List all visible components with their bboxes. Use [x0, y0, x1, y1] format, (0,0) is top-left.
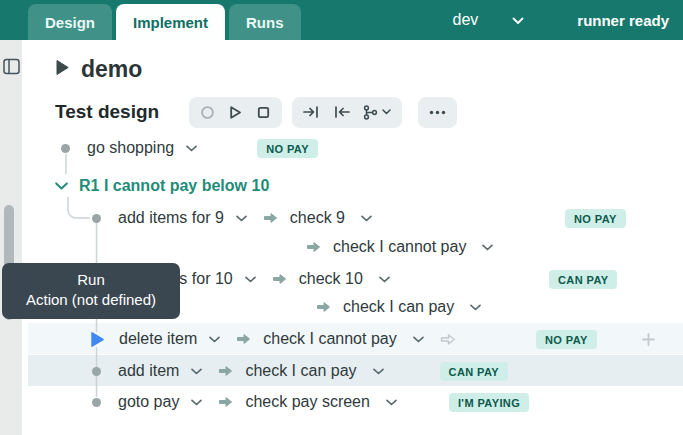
check-label: check I can pay [343, 298, 454, 316]
check-arrow-icon [218, 396, 233, 408]
check-arrow-icon [263, 212, 278, 224]
check-arrow-icon [218, 365, 233, 377]
check-arrow-icon [306, 241, 321, 253]
run-controls-group [189, 97, 282, 128]
action-label: add items for 9 [118, 209, 224, 227]
chevron-down-icon[interactable] [361, 215, 372, 222]
action-label: go shopping [87, 139, 174, 157]
run-to-start-icon[interactable] [333, 105, 350, 119]
step-bullet-icon [61, 144, 70, 153]
chevron-down-icon [512, 11, 524, 29]
chevron-down-icon[interactable] [413, 336, 424, 343]
chevron-down-icon[interactable] [386, 399, 397, 406]
chevron-down-icon[interactable] [191, 399, 202, 406]
chevron-down-icon[interactable] [245, 276, 256, 283]
add-check-arrow-icon[interactable] [440, 333, 456, 346]
chevron-down-icon[interactable] [373, 368, 384, 375]
branch-options-button[interactable] [363, 105, 391, 120]
tab-design[interactable]: Design [28, 4, 112, 40]
tab-implement-label: Implement [133, 14, 208, 31]
status-badge: NO PAY [536, 330, 597, 349]
status-badge: I'M PAYING [449, 393, 529, 412]
check-arrow-icon [316, 301, 331, 313]
chevron-down-icon[interactable] [191, 368, 202, 375]
status-badge: CAN PAY [549, 270, 617, 289]
chevron-down-icon[interactable] [379, 276, 390, 283]
chevron-down-icon[interactable] [236, 215, 247, 222]
more-icon[interactable] [429, 110, 446, 115]
tree-row-delete-item[interactable]: delete item check I cannot pay NO PAY [28, 324, 683, 354]
chevron-down-icon[interactable] [482, 244, 493, 251]
check-label: check pay screen [245, 393, 370, 411]
run-to-end-icon[interactable] [303, 105, 320, 119]
tree-row-extra-check[interactable]: check I cannot pay [28, 232, 683, 262]
tab-runs[interactable]: Runs [229, 4, 301, 40]
check-label: check I cannot pay [263, 330, 396, 348]
tree-row-group-r1[interactable]: R1 I cannot pay below 10 [28, 171, 683, 201]
group-expand-chevron-icon[interactable] [55, 182, 68, 190]
check-label: check 10 [299, 270, 363, 288]
tree-row-goto-pay[interactable]: goto pay check pay screen I'M PAYING [28, 387, 683, 417]
tab-implement[interactable]: Implement [116, 4, 225, 40]
step-controls-group [292, 97, 402, 128]
collapse-panel-icon[interactable] [3, 58, 20, 75]
top-navbar: Design Implement Runs dev runner ready [0, 0, 683, 40]
status-badge: NO PAY [257, 139, 318, 158]
check-label: check 9 [290, 209, 345, 227]
action-label: goto pay [118, 393, 179, 411]
run-cursor-play-icon[interactable] [90, 331, 105, 348]
environment-selector[interactable]: dev [453, 0, 525, 40]
more-actions-group [418, 97, 457, 128]
action-label: add item [118, 362, 179, 380]
tree-row-go-shopping[interactable]: go shopping NO PAY [28, 133, 683, 163]
record-button[interactable] [200, 105, 215, 120]
tooltip-subtitle: Action (not defined) [12, 290, 170, 310]
main-content: demo Test design [28, 40, 683, 435]
tab-runs-label: Runs [246, 14, 284, 31]
action-label: delete item [119, 330, 197, 348]
tooltip-title: Run [12, 270, 170, 290]
play-button[interactable] [228, 105, 243, 120]
step-bullet-icon [92, 398, 101, 407]
left-sidebar [0, 40, 22, 435]
app-window: Design Implement Runs dev runner ready [0, 0, 683, 435]
stop-button[interactable] [256, 105, 271, 120]
check-label: check I cannot pay [333, 238, 466, 256]
environment-value: dev [453, 11, 479, 29]
tree-row-add-item[interactable]: add item check I can pay CAN PAY [28, 356, 683, 386]
step-bullet-icon [92, 367, 101, 376]
nav-tabs: Design Implement Runs [28, 0, 301, 40]
status-badge: CAN PAY [440, 362, 508, 381]
check-label: check I can pay [245, 362, 356, 380]
tree-row-add-items-9[interactable]: add items for 9 check 9 NO PAY [28, 203, 683, 233]
chevron-down-icon[interactable] [209, 336, 220, 343]
chevron-down-icon[interactable] [186, 145, 197, 152]
status-badge: NO PAY [565, 209, 626, 228]
tab-design-label: Design [45, 14, 95, 31]
chevron-down-icon[interactable] [470, 304, 481, 311]
step-bullet-icon [92, 214, 101, 223]
group-label: R1 I cannot pay below 10 [79, 177, 269, 195]
add-step-plus-icon[interactable] [642, 333, 655, 346]
runner-status-label: runner ready [577, 12, 669, 29]
check-arrow-icon [272, 273, 287, 285]
run-tooltip: Run Action (not defined) [2, 263, 180, 319]
check-arrow-icon [236, 333, 251, 345]
runner-status: runner ready [577, 0, 669, 40]
